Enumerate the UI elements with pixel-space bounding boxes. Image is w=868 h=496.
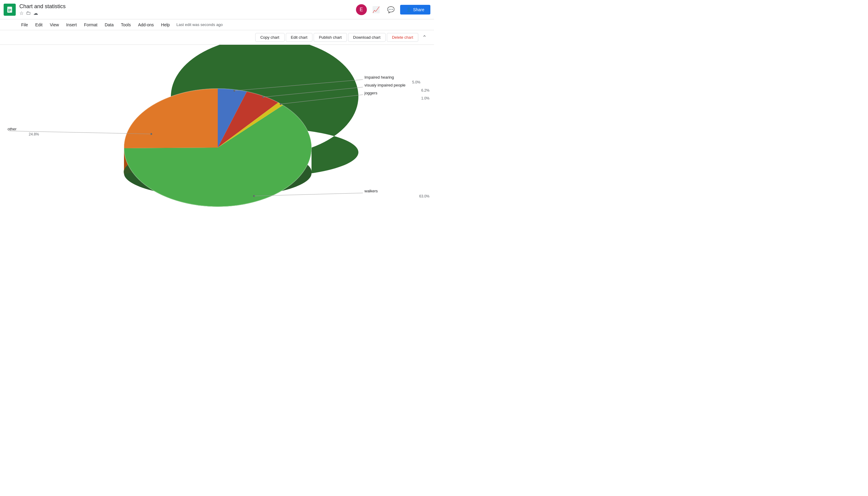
delete-chart-button[interactable]: Delete chart <box>387 33 418 42</box>
pct-visually-impaired: 6.2% <box>421 88 430 93</box>
svg-rect-2 <box>8 9 11 10</box>
menu-tools[interactable]: Tools <box>118 21 134 28</box>
menu-bar: File Edit View Insert Format Data Tools … <box>0 19 434 30</box>
menu-insert[interactable]: Insert <box>63 21 80 28</box>
trending-icon[interactable]: 📈 <box>371 4 382 15</box>
copy-chart-button[interactable]: Copy chart <box>255 33 284 42</box>
svg-rect-4 <box>8 11 10 12</box>
menu-data[interactable]: Data <box>102 21 117 28</box>
menu-format[interactable]: Format <box>81 21 100 28</box>
title-icons: ☆ 🗀 ☁ <box>19 10 66 16</box>
chart-toolbar: Copy chart Edit chart Publish chart Down… <box>0 30 434 45</box>
publish-chart-button[interactable]: Publish chart <box>314 33 346 42</box>
label-walkers: walkers <box>364 189 378 193</box>
label-impaired-hearing: Impaired hearing <box>365 75 394 79</box>
folder-icon[interactable]: 🗀 <box>26 10 31 16</box>
pct-walkers: 63.0% <box>419 194 430 198</box>
cloud-icon[interactable]: ☁ <box>33 10 38 16</box>
avatar[interactable]: E <box>356 4 367 15</box>
menu-file[interactable]: File <box>18 21 31 28</box>
download-chart-button[interactable]: Download chart <box>348 33 386 42</box>
pct-impaired-hearing: 5.0% <box>412 80 421 84</box>
chart-area: Impaired hearing 5.0% visualy impaired p… <box>0 45 434 248</box>
edit-chart-button[interactable]: Edit chart <box>286 33 313 42</box>
top-right-actions: E 📈 💬 👤 Share <box>356 4 430 15</box>
pct-joggers: 1.0% <box>421 96 430 100</box>
top-bar: Chart and statistics ☆ 🗀 ☁ E 📈 💬 👤 Share <box>0 0 434 19</box>
doc-title: Chart and statistics <box>19 3 66 10</box>
label-joggers: joggers <box>364 91 377 95</box>
last-edit-text: Last edit was seconds ago <box>176 22 222 27</box>
share-icon: 👤 <box>406 7 411 12</box>
comment-icon[interactable]: 💬 <box>385 4 397 15</box>
chart-svg: Impaired hearing 5.0% visualy impaired p… <box>0 45 434 248</box>
menu-help[interactable]: Help <box>158 21 173 28</box>
app-icon <box>4 4 16 16</box>
collapse-button[interactable]: ⌃ <box>419 33 429 42</box>
pct-other: 24.8% <box>29 132 39 136</box>
menu-addons[interactable]: Add-ons <box>135 21 157 28</box>
label-other: other <box>7 127 17 131</box>
svg-rect-1 <box>7 7 12 13</box>
svg-rect-3 <box>8 10 11 11</box>
label-visually-impaired: visualy impaired people <box>365 83 406 88</box>
title-area: Chart and statistics ☆ 🗀 ☁ <box>19 3 66 16</box>
menu-view[interactable]: View <box>47 21 62 28</box>
share-label: Share <box>413 7 424 12</box>
share-button[interactable]: 👤 Share <box>400 5 430 15</box>
star-icon[interactable]: ☆ <box>19 10 24 16</box>
menu-edit[interactable]: Edit <box>32 21 46 28</box>
